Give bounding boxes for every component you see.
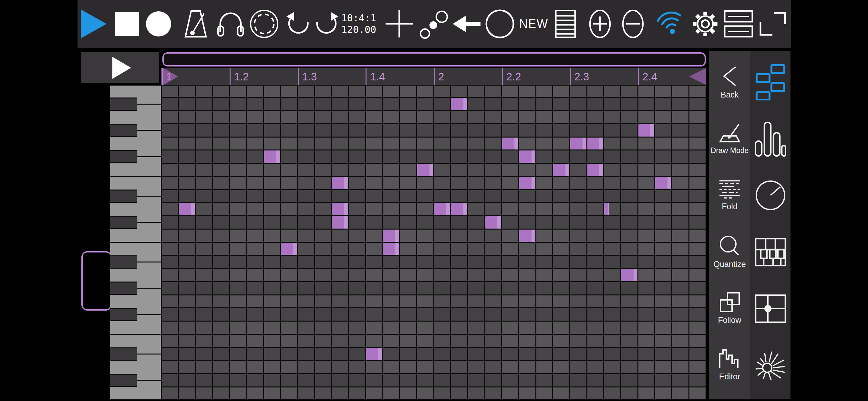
grid-cell[interactable]	[213, 308, 229, 320]
grid-cell[interactable]	[502, 321, 518, 334]
grid-cell[interactable]	[553, 296, 569, 308]
grid-cell[interactable]	[179, 137, 195, 150]
grid-cell[interactable]	[434, 335, 451, 347]
grid-cell[interactable]	[553, 256, 569, 268]
piano-key-black[interactable]	[110, 255, 137, 269]
grid-cell[interactable]	[587, 374, 603, 387]
octave-range-frame[interactable]	[82, 251, 112, 311]
grid-cell[interactable]	[587, 348, 603, 360]
grid-cell[interactable]	[570, 348, 586, 360]
grid-cell[interactable]	[264, 216, 280, 228]
grid-cell[interactable]	[366, 216, 382, 228]
grid-cell[interactable]	[485, 137, 501, 150]
grid-cell[interactable]	[213, 282, 229, 295]
grid-cell[interactable]	[689, 308, 706, 320]
grid-cell[interactable]	[604, 164, 620, 176]
grid-cell[interactable]	[281, 229, 297, 242]
grid-cell[interactable]	[553, 269, 569, 281]
midi-note[interactable]	[281, 243, 297, 255]
grid-cell[interactable]	[639, 308, 655, 320]
grid-cell[interactable]	[604, 348, 620, 360]
grid-cell[interactable]	[587, 296, 603, 308]
grid-cell[interactable]	[383, 308, 399, 320]
grid-cell[interactable]	[468, 86, 485, 97]
grid-cell[interactable]	[332, 86, 348, 97]
grid-cell[interactable]	[332, 361, 348, 373]
midi-note[interactable]	[621, 269, 638, 281]
grid-cell[interactable]	[639, 111, 655, 123]
grid-cell[interactable]	[247, 203, 263, 215]
midi-note[interactable]	[519, 150, 535, 163]
zoom-out-button[interactable]	[622, 0, 644, 48]
grid-cell[interactable]	[587, 361, 603, 373]
grid-cell[interactable]	[298, 216, 314, 228]
grid-cell[interactable]	[400, 150, 416, 163]
grid-cell[interactable]	[247, 374, 263, 387]
grid-cell[interactable]	[519, 321, 535, 334]
grid-cell[interactable]	[639, 190, 655, 203]
grid-cell[interactable]	[281, 335, 297, 347]
grid-cell[interactable]	[485, 243, 501, 255]
grid-cell[interactable]	[298, 374, 314, 387]
grid-cell[interactable]	[162, 124, 178, 136]
grid-cell[interactable]	[332, 98, 348, 110]
undo-button[interactable]	[286, 0, 312, 48]
grid-cell[interactable]	[434, 98, 451, 110]
grid-cell[interactable]	[264, 124, 280, 136]
grid-cell[interactable]	[417, 177, 433, 189]
grid-cell[interactable]	[162, 282, 178, 295]
grid-cell[interactable]	[349, 243, 365, 255]
grid-cell[interactable]	[332, 282, 348, 295]
grid-cell[interactable]	[468, 308, 485, 320]
grid-cell[interactable]	[247, 256, 263, 268]
grid-cell[interactable]	[639, 256, 655, 268]
stop-button[interactable]	[115, 0, 139, 48]
grid-cell[interactable]	[179, 269, 195, 281]
grid-cell[interactable]	[230, 190, 246, 203]
grid-cell[interactable]	[230, 111, 246, 123]
grid-cell[interactable]	[281, 388, 297, 399]
grid-cell[interactable]	[519, 124, 535, 136]
midi-note[interactable]	[451, 203, 467, 215]
grid-cell[interactable]	[502, 308, 518, 320]
grid-cell[interactable]	[400, 229, 416, 242]
grid-cell[interactable]	[689, 203, 706, 215]
grid-cell[interactable]	[417, 348, 433, 360]
grid-cell[interactable]	[332, 164, 348, 176]
grid-cell[interactable]	[536, 348, 553, 360]
grid-cell[interactable]	[485, 256, 501, 268]
grid-cell[interactable]	[451, 282, 467, 295]
grid-cell[interactable]	[366, 111, 382, 123]
grid-cell[interactable]	[230, 177, 246, 189]
grid-cell[interactable]	[485, 282, 501, 295]
grid-cell[interactable]	[570, 229, 586, 242]
grid-cell[interactable]	[196, 124, 212, 136]
midi-note[interactable]	[366, 348, 382, 360]
grid-cell[interactable]	[213, 348, 229, 360]
grid-cell[interactable]	[230, 203, 246, 215]
grid-cell[interactable]	[468, 321, 485, 334]
grid-cell[interactable]	[485, 388, 501, 399]
grid-cell[interactable]	[553, 137, 569, 150]
grid-cell[interactable]	[553, 348, 569, 360]
grid-cell[interactable]	[639, 335, 655, 347]
grid-cell[interactable]	[264, 335, 280, 347]
view-burst[interactable]	[750, 338, 790, 392]
grid-cell[interactable]	[672, 361, 688, 373]
grid-cell[interactable]	[655, 348, 671, 360]
grid-cell[interactable]	[655, 150, 671, 163]
midi-note[interactable]	[519, 229, 535, 242]
grid-cell[interactable]	[349, 361, 365, 373]
note-grid[interactable]	[161, 86, 706, 399]
grid-cell[interactable]	[689, 256, 706, 268]
grid-cell[interactable]	[604, 308, 620, 320]
grid-cell[interactable]	[519, 388, 535, 399]
grid-cell[interactable]	[366, 308, 382, 320]
grid-cell[interactable]	[315, 256, 331, 268]
midi-note[interactable]	[434, 203, 451, 215]
grid-cell[interactable]	[264, 256, 280, 268]
grid-cell[interactable]	[434, 216, 451, 228]
grid-cell[interactable]	[230, 150, 246, 163]
grid-cell[interactable]	[553, 86, 569, 97]
grid-cell[interactable]	[621, 243, 638, 255]
